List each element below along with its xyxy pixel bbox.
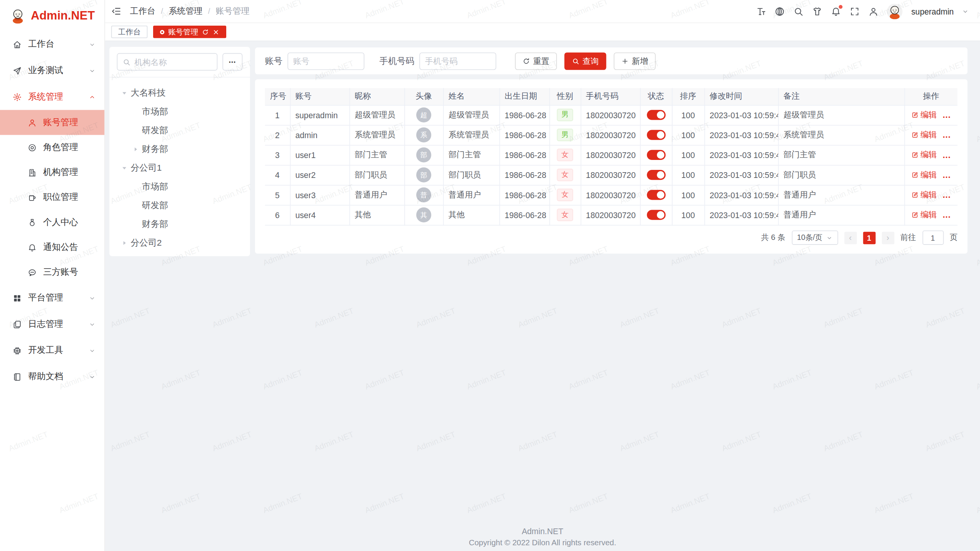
- tree-node[interactable]: 大名科技: [113, 84, 247, 103]
- breadcrumb-workbench[interactable]: 工作台: [130, 6, 155, 17]
- sidebar-item-dev-tools[interactable]: 开发工具: [0, 337, 105, 364]
- sidebar-item-role-management[interactable]: 角色管理: [0, 135, 105, 160]
- row-more-button[interactable]: •••: [943, 114, 951, 120]
- phone-filter-input[interactable]: [420, 52, 497, 70]
- sidebar-item-org-management[interactable]: 机构管理: [0, 160, 105, 185]
- status-toggle[interactable]: [647, 170, 665, 180]
- reset-button[interactable]: 重置: [515, 52, 557, 70]
- prev-page-button[interactable]: ‹: [844, 231, 857, 244]
- row-more-button[interactable]: •••: [943, 214, 951, 220]
- user-menu-chevron-down-icon[interactable]: [962, 8, 969, 15]
- add-button[interactable]: 新增: [614, 52, 655, 70]
- caret-right-icon[interactable]: [132, 145, 139, 153]
- avatar: 超: [416, 108, 431, 122]
- send-icon: [13, 66, 22, 75]
- edit-button[interactable]: 编辑: [911, 209, 937, 220]
- org-search-input[interactable]: [134, 57, 212, 66]
- sidebar-item-notice-announcement[interactable]: 通知公告: [0, 235, 105, 260]
- avatar: 其: [416, 207, 431, 222]
- sidebar-item-help-docs[interactable]: 帮助文档: [0, 364, 105, 390]
- status-toggle[interactable]: [647, 210, 665, 220]
- page-size-select[interactable]: 10条/页: [792, 230, 838, 245]
- caret-right-icon[interactable]: [121, 239, 128, 247]
- breadcrumb-system-management[interactable]: 系统管理: [169, 6, 203, 17]
- tab-close-icon[interactable]: [212, 28, 219, 35]
- sidebar-item-system-management[interactable]: 系统管理: [0, 84, 105, 110]
- cell-avatar: 普: [404, 185, 443, 205]
- collapse-menu-icon[interactable]: [111, 6, 121, 16]
- sidebar-item-label: 机构管理: [43, 167, 96, 178]
- status-toggle[interactable]: [647, 130, 665, 140]
- tab-account-management[interactable]: 账号管理: [153, 26, 226, 38]
- username[interactable]: superadmin: [911, 7, 954, 16]
- next-page-button[interactable]: ›: [882, 231, 894, 244]
- breadcrumb-account-management: 账号管理: [216, 6, 250, 17]
- org-more-button[interactable]: •••: [222, 53, 242, 71]
- row-more-button[interactable]: •••: [943, 174, 951, 180]
- query-button[interactable]: 查询: [564, 52, 606, 70]
- topbar-actions: superadmin: [756, 3, 969, 19]
- sidebar-item-business-test[interactable]: 业务测试: [0, 57, 105, 84]
- status-toggle[interactable]: [647, 190, 665, 200]
- refresh-icon: [523, 57, 530, 65]
- profile-icon[interactable]: [868, 6, 879, 17]
- chevron-up-icon: [89, 93, 96, 100]
- sidebar-item-third-party-account[interactable]: 三方账号: [0, 260, 105, 285]
- edit-button[interactable]: 编辑: [911, 169, 937, 180]
- role-icon: [28, 143, 37, 152]
- cell-modified: 2023-01-03 10:59:44: [704, 145, 778, 165]
- font-size-icon[interactable]: [756, 6, 766, 17]
- phone-filter-label: 手机号码: [379, 55, 414, 66]
- sidebar-item-profile-center[interactable]: 个人中心: [0, 210, 105, 235]
- edit-button[interactable]: 编辑: [911, 149, 937, 160]
- edit-button[interactable]: 编辑: [911, 189, 937, 201]
- cell-gender: 女: [549, 185, 581, 205]
- caret-down-icon[interactable]: [121, 89, 128, 97]
- table-row: 4user2部门职员部部门职员1986-06-28女18020030720100…: [265, 165, 957, 185]
- bell-icon: [28, 243, 37, 252]
- column-header: 性别: [549, 88, 581, 105]
- tree-node[interactable]: 分公司2: [113, 234, 247, 253]
- chevron-down-icon: [89, 373, 96, 380]
- user-avatar[interactable]: [887, 3, 903, 19]
- row-more-button[interactable]: •••: [943, 134, 951, 140]
- fullscreen-icon[interactable]: [849, 6, 860, 17]
- status-toggle[interactable]: [647, 110, 665, 120]
- sidebar-item-log-management[interactable]: 日志管理: [0, 311, 105, 337]
- notification-icon[interactable]: [831, 6, 841, 17]
- cell-birth: 1986-06-28: [499, 105, 549, 125]
- tree-node-label: 市场部: [142, 106, 168, 117]
- language-icon[interactable]: [774, 6, 785, 17]
- sidebar-item-position-management[interactable]: 职位管理: [0, 185, 105, 210]
- tree-node[interactable]: 市场部: [113, 178, 247, 196]
- tree-node[interactable]: 研发部: [113, 196, 247, 215]
- table-row: 3user1部门主管部部门主管1986-06-28女18020030720100…: [265, 145, 957, 165]
- edit-button[interactable]: 编辑: [911, 129, 937, 140]
- search-icon[interactable]: [793, 6, 804, 17]
- tree-node[interactable]: 财务部: [113, 215, 247, 234]
- tab-workbench[interactable]: 工作台: [111, 26, 148, 38]
- add-label: 新增: [632, 55, 648, 66]
- tree-node[interactable]: 财务部: [113, 140, 247, 159]
- sidebar-item-platform-management[interactable]: 平台管理: [0, 285, 105, 311]
- theme-icon[interactable]: [812, 6, 823, 17]
- row-more-button[interactable]: •••: [943, 154, 951, 160]
- org-tree-header: •••: [109, 47, 250, 77]
- tree-node[interactable]: 研发部: [113, 121, 247, 140]
- tree-node[interactable]: 分公司1: [113, 159, 247, 178]
- sidebar-item-label: 通知公告: [43, 242, 96, 253]
- goto-page-input[interactable]: [922, 230, 944, 245]
- row-more-button[interactable]: •••: [943, 194, 951, 200]
- cell-actions: 编辑•••: [904, 145, 957, 165]
- account-filter-input[interactable]: [287, 52, 364, 70]
- cell-modified: 2023-01-03 10:59:44: [704, 125, 778, 145]
- caret-down-icon[interactable]: [121, 164, 128, 172]
- current-page-button[interactable]: 1: [863, 231, 875, 244]
- tab-refresh-icon[interactable]: [202, 28, 209, 35]
- edit-button[interactable]: 编辑: [911, 109, 937, 121]
- sidebar-item-account-management[interactable]: 账号管理: [0, 110, 105, 135]
- tree-node[interactable]: 市场部: [113, 103, 247, 121]
- sidebar-item-workbench[interactable]: 工作台: [0, 31, 105, 58]
- status-toggle[interactable]: [647, 150, 665, 160]
- app-logo: Admin.NET: [0, 0, 105, 31]
